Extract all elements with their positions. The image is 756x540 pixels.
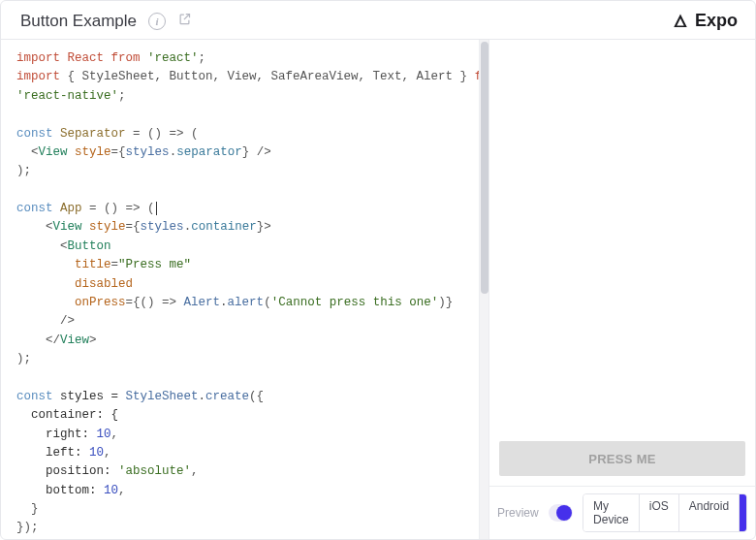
header: Button Example i Expo — [1, 1, 755, 40]
attr-title: title — [75, 258, 111, 271]
kw-import: import — [16, 51, 60, 65]
header-left: Button Example i — [20, 12, 192, 31]
press-me-button[interactable]: PRESS ME — [499, 441, 745, 476]
kw-const2: const — [16, 202, 53, 215]
b5: { — [133, 296, 141, 309]
alert: Alert — [184, 296, 221, 309]
sty-bottom-v: 10 — [104, 484, 118, 497]
attr-style2: style — [89, 220, 126, 234]
alert-str: 'Cannot press this one' — [271, 296, 439, 309]
c2: , — [104, 446, 111, 460]
brace: { — [68, 70, 82, 83]
preview-toggle[interactable] — [549, 504, 573, 522]
gt: > — [264, 220, 271, 234]
body: import React from 'react'; import { Styl… — [1, 40, 755, 539]
sep-eq: = () => ( — [126, 127, 199, 141]
sty-right: right: — [46, 428, 97, 441]
lt3: < — [60, 239, 68, 253]
ids: StyleSheet, Button, View, SafeAreaView, … — [82, 70, 454, 83]
lt: < — [31, 145, 39, 159]
b: { — [118, 145, 126, 159]
tab-android[interactable]: Android — [678, 494, 739, 531]
eq: = — [111, 145, 119, 159]
text-cursor — [156, 202, 157, 215]
mod-rn: 'react-native' — [16, 89, 118, 103]
sty-left-v: 10 — [89, 446, 104, 460]
p2: ) — [438, 296, 446, 309]
attr-style: style — [75, 145, 111, 159]
vcg: > — [89, 334, 97, 347]
semi2: ; — [118, 89, 126, 103]
eq4: = — [126, 296, 134, 309]
sty-left: left: — [46, 446, 89, 460]
p3: ({ — [249, 390, 264, 403]
kw-const: const — [16, 127, 53, 141]
eq2: = — [126, 220, 134, 234]
tab-mydevice[interactable]: My Device — [583, 494, 639, 531]
sty-position: position: — [46, 464, 118, 478]
sty-create: create — [205, 390, 249, 403]
app-eq: = () => ( — [82, 202, 155, 215]
d2: . — [184, 220, 192, 234]
scroll-thumb[interactable] — [481, 42, 488, 294]
open-external-icon[interactable] — [177, 12, 192, 30]
sty-c1: } — [31, 502, 39, 516]
sty-right-v: 10 — [97, 428, 111, 441]
tab-web[interactable]: Web — [739, 494, 747, 531]
id-react: React — [68, 51, 105, 65]
vco: </ — [46, 334, 60, 347]
attr-onpress: onPress — [75, 296, 126, 309]
d3: . — [220, 296, 228, 309]
preview-footer: Preview My Device iOS Android Web — [489, 486, 755, 539]
c3: , — [191, 464, 199, 478]
c4: , — [118, 484, 126, 497]
toggle-knob — [556, 505, 572, 521]
expo-logo-icon — [672, 13, 689, 30]
sty-position-v: 'absolute' — [118, 464, 191, 478]
preview-label: Preview — [497, 506, 539, 520]
kw-const3: const — [16, 390, 53, 403]
vertical-scrollbar[interactable] — [479, 40, 488, 539]
lt2: < — [46, 220, 53, 234]
vct: View — [60, 334, 89, 347]
b6: } — [446, 296, 454, 309]
btn-sc: /> — [60, 314, 75, 328]
arrow: () => — [141, 296, 184, 309]
app-close: ); — [16, 352, 31, 365]
d4: . — [199, 390, 206, 403]
styles: styles — [126, 145, 170, 159]
c1: , — [111, 428, 119, 441]
page-title: Button Example — [20, 12, 137, 31]
app-name: App — [60, 202, 82, 215]
brace2: } — [453, 70, 467, 83]
sty-c2: }); — [16, 521, 39, 534]
sty-container: container: { — [31, 408, 118, 422]
container: container — [191, 220, 257, 234]
sty-ss: StyleSheet — [126, 390, 199, 403]
kw-import2: import — [16, 70, 60, 83]
sep-close: ); — [16, 164, 31, 177]
semi: ; — [199, 51, 206, 65]
sep-prop: separator — [176, 145, 242, 159]
preview-pane: PRESS ME Preview My Device iOS Android W… — [488, 40, 755, 539]
p1: ( — [264, 296, 271, 309]
expo-brand: Expo — [695, 11, 738, 31]
alert-fn: alert — [228, 296, 265, 309]
d: . — [170, 145, 177, 159]
eq3: = — [111, 258, 119, 271]
kw-from: from — [111, 51, 141, 65]
b3: { — [133, 220, 141, 234]
tag-view: View — [39, 145, 68, 159]
sep-name: Separator — [60, 127, 126, 141]
info-icon[interactable]: i — [148, 13, 166, 30]
header-right[interactable]: Expo — [672, 11, 738, 31]
tab-ios[interactable]: iOS — [639, 494, 678, 531]
sty-name: styles = — [60, 390, 126, 403]
code-editor[interactable]: import React from 'react'; import { Styl… — [1, 40, 479, 539]
sc: /> — [249, 145, 271, 159]
preview-body: PRESS ME — [489, 40, 755, 486]
snack-container: Button Example i Expo import React from … — [0, 0, 756, 540]
tag-button: Button — [68, 239, 111, 253]
platform-tabs: My Device iOS Android Web — [583, 493, 747, 532]
mod-react: 'react' — [147, 51, 199, 65]
